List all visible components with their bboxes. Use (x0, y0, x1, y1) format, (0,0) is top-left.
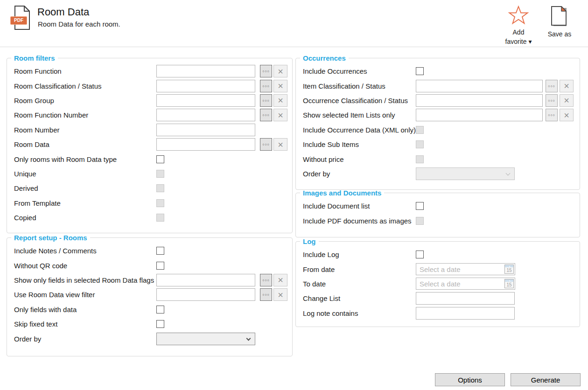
include-notes-checkbox[interactable] (156, 247, 164, 255)
item-classification-clear-button[interactable]: × (560, 80, 574, 92)
item-classification-input[interactable] (416, 80, 543, 92)
room-classification-clear-button[interactable]: × (273, 80, 287, 92)
room-data-label: Room Data (14, 140, 156, 148)
pdf-badge: PDF (10, 16, 27, 25)
without-qr-checkbox[interactable] (156, 262, 164, 270)
page-title: Room Data (37, 6, 89, 18)
clear-icon: × (564, 96, 569, 105)
rooms-order-by-label: Order by (14, 335, 156, 343)
rooms-order-by-select[interactable] (156, 333, 255, 345)
change-list-input[interactable] (416, 292, 515, 305)
section-log: Log Include Log From date Select a date … (295, 237, 580, 327)
section-title-images-documents: Images and Documents (300, 189, 384, 197)
to-date-placeholder: Select a date (420, 280, 504, 288)
save-as-button[interactable]: Save as (543, 6, 576, 38)
only-fields-with-data-label: Only fields with data (14, 306, 156, 313)
room-data-browse-button[interactable]: ○○○ (260, 138, 272, 151)
room-group-browse-button[interactable]: ○○○ (260, 94, 272, 107)
room-data-input[interactable] (156, 138, 255, 151)
include-occurrence-data-label: Include Occurrence Data (XML only) (303, 126, 416, 134)
header-separator (0, 47, 588, 47)
only-rooms-with-type-checkbox[interactable] (156, 155, 164, 163)
log-note-contains-input[interactable] (416, 307, 515, 320)
room-classification-label: Room Classification / Status (14, 82, 156, 90)
occurrence-classification-input[interactable] (416, 94, 543, 107)
room-function-clear-button[interactable]: × (273, 65, 287, 77)
selected-item-lists-browse-button[interactable]: ○○○ (546, 109, 558, 121)
room-group-clear-button[interactable]: × (273, 94, 287, 107)
section-title-occurrences: Occurrences (300, 54, 349, 62)
include-document-list-label: Include Document list (303, 202, 416, 210)
skip-fixed-text-label: Skip fixed text (14, 320, 156, 328)
derived-checkbox (156, 184, 164, 192)
field-row-include-sub-items: Include Sub Items (296, 137, 580, 152)
room-function-number-browse-button[interactable]: ○○○ (260, 109, 272, 121)
calendar-icon: 15 (504, 279, 514, 288)
room-function-input[interactable] (156, 65, 255, 77)
ellipsis-icon: ○○○ (262, 279, 270, 282)
selected-item-lists-input[interactable] (416, 109, 543, 121)
room-function-label: Room Function (14, 67, 156, 75)
field-row-copied: Copied (7, 210, 292, 225)
add-favorite-label-line2: favorite ▾ (500, 38, 537, 46)
from-date-label: From date (303, 265, 416, 273)
room-classification-browse-button[interactable]: ○○○ (260, 80, 272, 92)
options-button[interactable]: Options (435, 373, 505, 386)
field-row-room-group: Room Group ○○○ × (7, 93, 292, 108)
occurrences-order-by-label: Order by (303, 170, 416, 178)
add-favorite-button[interactable]: Add favorite ▾ (500, 6, 537, 46)
room-function-number-input[interactable] (156, 109, 255, 121)
chevron-down-icon (506, 171, 511, 175)
view-filter-clear-button[interactable]: × (273, 288, 287, 301)
room-data-clear-button[interactable]: × (273, 138, 287, 151)
item-classification-browse-button[interactable]: ○○○ (546, 80, 558, 92)
star-icon (508, 6, 529, 25)
field-row-log-note-contains: Log note contains (296, 306, 580, 320)
include-document-list-checkbox[interactable] (416, 202, 424, 210)
room-group-input[interactable] (156, 94, 255, 107)
field-row-room-function: Room Function ○○○ × (7, 64, 292, 78)
view-filter-label: Use Room Data view filter (14, 291, 156, 299)
section-title-log: Log (300, 237, 319, 245)
only-fields-with-data-checkbox[interactable] (156, 306, 164, 313)
view-filter-input[interactable] (156, 288, 255, 301)
field-row-selected-item-lists: Show selected Item Lists only ○○○ × (296, 108, 580, 122)
field-row-include-occurrences: Include Occurrences (296, 64, 580, 78)
include-log-checkbox[interactable] (416, 251, 424, 258)
room-function-browse-button[interactable]: ○○○ (260, 65, 272, 77)
field-row-derived: Derived (7, 181, 292, 195)
show-only-flags-clear-button[interactable]: × (273, 274, 287, 286)
include-sub-items-checkbox (416, 140, 424, 148)
show-only-flags-input[interactable] (156, 274, 255, 286)
field-row-room-data: Room Data ○○○ × (7, 137, 292, 152)
room-number-input[interactable] (156, 124, 255, 136)
selected-item-lists-clear-button[interactable]: × (560, 109, 574, 121)
room-function-number-clear-button[interactable]: × (273, 109, 287, 121)
from-date-placeholder: Select a date (420, 265, 504, 273)
field-row-without-price: Without price (296, 152, 580, 166)
ellipsis-icon: ○○○ (262, 70, 270, 73)
view-filter-browse-button[interactable]: ○○○ (260, 288, 272, 301)
unique-checkbox (156, 170, 164, 178)
field-row-include-log: Include Log (296, 247, 580, 262)
field-row-rooms-order-by: Order by (7, 331, 292, 346)
show-only-flags-browse-button[interactable]: ○○○ (260, 274, 272, 286)
occurrence-classification-clear-button[interactable]: × (560, 94, 574, 107)
copied-checkbox (156, 214, 164, 222)
clear-icon: × (564, 81, 569, 91)
include-occurrences-checkbox[interactable] (416, 67, 424, 75)
field-row-show-only-flags: Show only fields in selected Room Data f… (7, 273, 292, 287)
occurrence-classification-browse-button[interactable]: ○○○ (546, 94, 558, 107)
field-row-room-number: Room Number (7, 123, 292, 137)
skip-fixed-text-checkbox[interactable] (156, 320, 164, 328)
without-qr-label: Without QR code (14, 262, 156, 270)
field-row-to-date: To date Select a date 15 (296, 277, 580, 291)
field-row-item-classification: Item Classification / Status ○○○ × (296, 78, 580, 93)
field-row-only-rooms-with-type: Only rooms with Room Data type (7, 152, 292, 166)
section-title-room-filters: Room filters (11, 54, 58, 62)
section-occurrences: Occurrences Include Occurrences Item Cla… (295, 54, 580, 190)
include-pdf-as-images-checkbox (416, 217, 424, 225)
field-row-room-function-number: Room Function Number ○○○ × (7, 108, 292, 122)
generate-button[interactable]: Generate (511, 373, 581, 386)
room-classification-input[interactable] (156, 80, 255, 92)
